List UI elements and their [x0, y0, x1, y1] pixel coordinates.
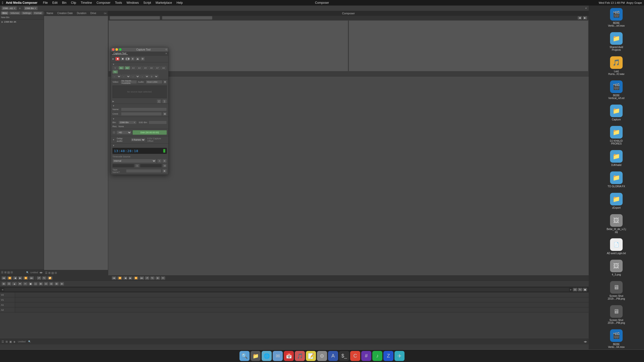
tc-right-arrow[interactable]: ▶ [570, 288, 572, 291]
desktop-item-7[interactable]: 📁 TO GLORIA FX [606, 171, 626, 188]
ch-section-arrow[interactable]: ▼ [111, 63, 116, 66]
bin-tree-item[interactable]: ▶ 2398 Bin 4K [0, 20, 44, 24]
rt-btn4[interactable]: ▶ [128, 276, 133, 280]
ch-a5[interactable]: A5 [143, 66, 148, 70]
dock-chrome[interactable]: C [350, 351, 360, 361]
tc-mode-btn[interactable]: ◼ [583, 288, 587, 291]
sec-btn1[interactable]: { [157, 99, 161, 103]
edit-btn8[interactable]: ⊠ [38, 282, 43, 286]
bin-bottom-arrows[interactable]: ◀▶ [39, 271, 43, 274]
tab-format[interactable]: Format [33, 11, 43, 15]
tab-volumes[interactable]: Volumes [9, 11, 21, 15]
desktop-item-3[interactable]: 🎬 BEBE Vertical_ref.ed [606, 80, 626, 100]
desktop-item-1[interactable]: 📁 Shared Avid Projects [606, 32, 626, 51]
in-btn[interactable]: I [135, 164, 139, 167]
tc-internal-select[interactable]: Internal [112, 159, 156, 163]
menu-tools[interactable]: Tools [113, 1, 124, 5]
ch-v[interactable]: V [112, 66, 118, 70]
tl-icon2[interactable]: ⊞ [6, 340, 8, 343]
edit-btn6[interactable]: ◼ [28, 282, 33, 286]
edit-btn5[interactable]: ✂ [23, 282, 28, 286]
transport-step-back[interactable]: ⏪ [7, 276, 12, 280]
tc-btn2[interactable]: II [162, 159, 167, 163]
rt-btn10[interactable]: ✕ [161, 276, 165, 280]
ch-a6[interactable]: A6 [149, 66, 154, 70]
desktop-item-9[interactable]: 🖼 Bebe_III_de_v.2.jpg [606, 214, 626, 233]
edit-btn4[interactable]: ▼ [18, 282, 22, 286]
ch-sel-2[interactable]: -- [122, 75, 131, 78]
transport-play[interactable]: ▶ [18, 276, 22, 280]
rt-btn3[interactable]: ◀ [123, 276, 128, 280]
format-select[interactable]: HD [116, 130, 132, 134]
dock-spotify[interactable]: ♪ [372, 351, 382, 361]
track-a1-content[interactable] [15, 302, 589, 307]
minimize-btn[interactable] [115, 48, 118, 51]
tape-input[interactable] [126, 169, 161, 173]
desktop-item-4[interactable]: 📁 Capture [606, 105, 626, 121]
rt-btn8[interactable]: ↻ [150, 276, 155, 280]
desktop-item-2[interactable]: 🎵 Last Hurra...IO.wav [606, 56, 626, 75]
project-add-btn[interactable]: ⊕ [18, 7, 22, 10]
menu-help[interactable]: Help [175, 1, 185, 5]
menu-composer[interactable]: Composer [95, 1, 112, 5]
media-icon1[interactable]: ☰ [45, 271, 48, 275]
ch-a8[interactable]: A8 [161, 66, 166, 70]
tl-arrows[interactable]: ◀▶ [584, 340, 587, 343]
desktop-item-11[interactable]: 🖼 4_3.png [606, 260, 626, 276]
transport-shuttle[interactable]: ↻ [42, 276, 47, 280]
desktop-item-10[interactable]: 📄 AD avid Login.txt [606, 238, 626, 255]
dock-prefs[interactable]: ⚙ [317, 351, 327, 361]
rt-btn1[interactable]: ⏮ [112, 276, 116, 280]
media-icon4[interactable]: ⊟ [55, 271, 57, 275]
edit-btn1[interactable]: ⊞ [2, 282, 6, 286]
dock-finder[interactable]: 🔍 [239, 351, 250, 361]
new-bin-btn[interactable]: New Bin [1, 16, 10, 19]
edit-btn10[interactable]: ⊟ [49, 282, 54, 286]
dock-slack[interactable]: # [361, 351, 371, 361]
tc-btn1[interactable]: I [157, 159, 162, 163]
tl-search[interactable]: 🔍 [28, 340, 31, 343]
name-input[interactable] [121, 108, 167, 111]
tc-loop-btn[interactable]: ⊟ [573, 288, 577, 291]
cap-record[interactable]: ⏺ [115, 57, 120, 61]
dock-notes[interactable]: 📝 [306, 351, 316, 361]
tc-section-arrow[interactable]: ▼ [111, 144, 116, 147]
toolbar-expand[interactable]: ▼ [585, 7, 587, 10]
transport-to-start[interactable]: ⏮ [2, 276, 6, 280]
desktop-item-8[interactable]: 📁 zExport [606, 193, 626, 209]
zoom-btn[interactable] [119, 48, 122, 51]
desktop-item-6[interactable]: 📁 DJKhalid [606, 150, 626, 166]
cap-settings[interactable]: ⚙ [140, 57, 145, 61]
ch-a1[interactable]: A1 [118, 66, 124, 70]
ch-a2[interactable]: A2 [125, 66, 130, 70]
bin-select[interactable]: 2398 Bin ▼ [118, 121, 137, 124]
capture-tab-close[interactable]: ✕ [165, 52, 167, 55]
ch-sel-1[interactable]: -- [112, 75, 121, 78]
project-tab-1[interactable]: 2398 - AG ✕ [2, 6, 17, 10]
out-btn[interactable]: O [163, 164, 167, 167]
dock-avid[interactable]: A [328, 351, 338, 361]
tape-btn[interactable]: ⊕ [162, 169, 167, 173]
s3d-select[interactable] [149, 121, 167, 124]
rt-btn7[interactable]: ↺ [145, 276, 149, 280]
tl-icon1[interactable]: ☰ [2, 340, 4, 343]
composer-input-left[interactable] [110, 16, 160, 20]
dock-calendar[interactable]: 📅 [284, 351, 294, 361]
menu-windows[interactable]: Windows [125, 1, 141, 5]
dock-term[interactable]: $_ [339, 351, 349, 361]
desktop-item-5[interactable]: 📁 DJ KHALID PRORES [606, 126, 626, 145]
menu-script[interactable]: Script [141, 1, 153, 5]
transport-step-fwd[interactable]: ⏩ [23, 276, 28, 280]
bin-section-arrow[interactable]: ▼ [111, 117, 116, 120]
composer-btn-1[interactable]: ◀ [578, 16, 582, 20]
desktop-item-13[interactable]: 🖥 Screen Shot 2019-...PM.png [606, 305, 626, 324]
bin-search-icon[interactable]: 🔍 [26, 271, 29, 274]
format-chk[interactable] [112, 131, 115, 134]
tab-bins[interactable]: Bins [1, 11, 9, 15]
menu-file[interactable]: File [41, 1, 50, 5]
dock-airdrop[interactable]: ✈ [394, 351, 405, 361]
sec-left-arrow[interactable]: ▶ [112, 100, 114, 103]
media-icon3[interactable]: ▤ [51, 271, 54, 275]
ch-a7[interactable]: A7 [155, 66, 160, 70]
ch-sel-3[interactable]: -- [131, 75, 140, 78]
